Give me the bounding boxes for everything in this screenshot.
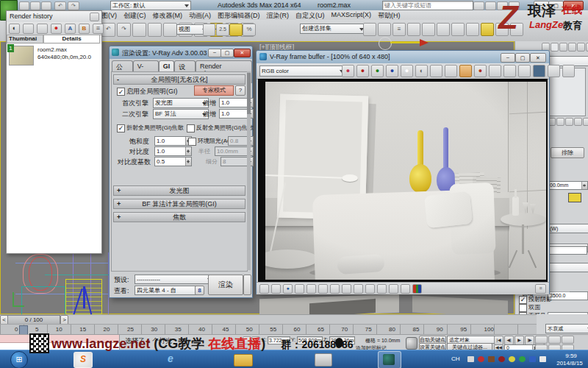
tray-clock-time[interactable]: 9:59: [557, 353, 585, 359]
history-b-slot-icon[interactable]: B: [79, 24, 90, 34]
redo-toolbar-icon[interactable]: ↷: [117, 23, 131, 37]
vfb-hsl-icon[interactable]: [306, 284, 316, 294]
vfb-rgb-bars-icon[interactable]: [412, 284, 422, 294]
history-col-details[interactable]: Details: [43, 35, 100, 43]
vfb-levels-icon[interactable]: [330, 284, 340, 294]
zoom-icon[interactable]: [535, 336, 548, 344]
angle-snap-icon[interactable]: [229, 24, 243, 36]
vfb-image-area[interactable]: [258, 79, 548, 282]
vfb-srgb-icon[interactable]: [389, 284, 398, 294]
rollout-irradiance-map[interactable]: +发光图: [113, 185, 245, 196]
workspace-dropdown[interactable]: 工作区: 默认: [110, 1, 191, 10]
render-history-titlebar[interactable]: Render history: [7, 11, 101, 23]
tray-icon-3[interactable]: [488, 356, 495, 362]
curve-editor-icon[interactable]: [422, 23, 435, 36]
history-export-icon[interactable]: [37, 24, 48, 34]
vfb-exposure-icon[interactable]: ●: [283, 284, 293, 294]
material-editor-icon[interactable]: [451, 23, 465, 36]
undo-icon[interactable]: ↶: [54, 1, 66, 10]
vfb-stamp-edit-icon[interactable]: [401, 284, 410, 294]
ao-checkbox[interactable]: ✓环境阻光(AO): [188, 137, 234, 146]
view-dropdown[interactable]: 四元菜单 4 - 自: [135, 286, 202, 295]
tray-clock-date[interactable]: 2014/8/15: [553, 360, 587, 367]
align-icon[interactable]: [378, 23, 391, 36]
refraction-caustics-checkbox[interactable]: ✓折射全局照明(GI)焦散: [117, 124, 184, 132]
dialog-titlebar[interactable]: 渲染设置: V-Ray Adv 3.00.03 – ▢ ✕: [110, 46, 252, 59]
vfb-icc-icon[interactable]: [377, 284, 387, 294]
remove-modifier-icon[interactable]: [574, 118, 582, 126]
tab-display-icon[interactable]: [577, 43, 585, 52]
secondary-engine-dropdown[interactable]: BF 算法: [153, 109, 209, 119]
vfb-clear-icon[interactable]: [459, 65, 472, 77]
mirror-icon[interactable]: [363, 23, 376, 36]
vfb-stamp-icon[interactable]: [518, 65, 531, 77]
filter-color-field[interactable]: [548, 246, 587, 255]
enable-gi-checkbox[interactable]: ✓启用全局照明(GI): [117, 87, 178, 96]
reflection-caustics-checkbox[interactable]: ✓反射全局照明(GI)焦散: [187, 124, 254, 132]
history-list-icon[interactable]: ≡: [93, 24, 104, 34]
dialog-minimize-button[interactable]: –: [208, 49, 221, 57]
vfb-blue-channel-icon[interactable]: ●: [386, 65, 398, 77]
light-length-spinner[interactable]: 00.0mm: [548, 181, 588, 190]
vfb-clamp-icon[interactable]: ●: [342, 65, 354, 77]
vfb-stereo-icon[interactable]: [562, 65, 575, 77]
select-link-icon[interactable]: [132, 23, 146, 37]
start-button[interactable]: ⊞: [10, 351, 28, 368]
history-row[interactable]: 1 room2.max 640x480;0h,0m,20.0: [7, 44, 101, 67]
tray-icon-6[interactable]: [519, 356, 526, 362]
lock-view-button[interactable]: 8: [195, 286, 204, 295]
rollout-brute-force[interactable]: +BF 算法计算全局照明(GI): [113, 199, 245, 209]
history-col-thumbnail[interactable]: Thumbnai: [7, 35, 43, 43]
vfb-region-icon[interactable]: [489, 65, 501, 77]
wrench-icon[interactable]: [485, 1, 496, 10]
vfb-render-last-icon[interactable]: ●: [474, 65, 487, 77]
tray-icon-1[interactable]: [467, 356, 474, 362]
show-end-result-icon[interactable]: [556, 118, 564, 126]
units-dropdown[interactable]: [548, 263, 588, 272]
tray-icon-2[interactable]: [478, 356, 484, 362]
exclude-button[interactable]: 排除: [551, 147, 584, 158]
search-input[interactable]: [382, 1, 473, 10]
vfb-mono-icon[interactable]: ◐: [415, 65, 428, 77]
vfb-close-button[interactable]: ✕: [530, 53, 546, 63]
vfb-white-icon[interactable]: ●: [401, 65, 413, 77]
named-selection-dropdown[interactable]: 创建选择集: [300, 24, 366, 34]
rollout-caustics[interactable]: +焦散: [113, 212, 245, 222]
vfb-maximize-button[interactable]: ▢: [515, 53, 530, 63]
taskbar-ie-icon[interactable]: e: [162, 352, 179, 367]
distribution-dropdown[interactable]: (W): [548, 224, 588, 233]
history-save-icon[interactable]: [23, 24, 34, 34]
history-record-icon[interactable]: ●: [51, 24, 62, 34]
vfb-channel-dropdown[interactable]: RGB color: [259, 66, 346, 77]
saturation-spinner[interactable]: 1.0: [154, 136, 192, 146]
tray-icon-8[interactable]: [539, 356, 546, 362]
render-history-menu-button[interactable]: [90, 13, 99, 21]
scrollbar-thumb[interactable]: [247, 73, 251, 114]
contrast-spinner[interactable]: 1.0: [154, 146, 192, 156]
vfb-titlebar[interactable]: V-Ray frame buffer - [100% of 640 x 480]…: [257, 51, 549, 63]
tab-hierarchy-icon[interactable]: [559, 43, 567, 52]
vfb-curve-icon[interactable]: [342, 284, 351, 294]
vfb-color-balance-icon[interactable]: [318, 284, 328, 294]
tab-modify-icon[interactable]: [551, 43, 559, 52]
save-file-icon[interactable]: [41, 1, 51, 10]
decay-dropdown[interactable]: 不衰减: [545, 324, 588, 333]
vfb-color-correct-icon[interactable]: [271, 284, 281, 294]
zoom-all-icon[interactable]: [548, 336, 561, 344]
bind-spacewarp-icon[interactable]: [163, 23, 177, 37]
make-unique-icon[interactable]: [565, 118, 573, 126]
vfb-track-mouse-icon[interactable]: [503, 65, 516, 77]
vfb-lut-icon[interactable]: [354, 284, 363, 294]
rendered-frame-icon[interactable]: [481, 23, 494, 36]
use-center-icon[interactable]: [203, 24, 215, 36]
vfb-compare-icon[interactable]: [548, 65, 560, 77]
search-icon[interactable]: [473, 1, 484, 10]
tab-motion-icon[interactable]: [568, 43, 576, 52]
vfb-load-icon[interactable]: [445, 65, 457, 77]
unlink-icon[interactable]: [148, 23, 162, 37]
vfb-expand-icon[interactable]: ≡: [535, 284, 546, 294]
new-file-icon[interactable]: [19, 1, 29, 10]
tray-icon-4[interactable]: [498, 356, 505, 362]
contrast-base-spinner[interactable]: 0.5: [154, 157, 192, 166]
vfb-minimize-button[interactable]: –: [501, 53, 515, 63]
